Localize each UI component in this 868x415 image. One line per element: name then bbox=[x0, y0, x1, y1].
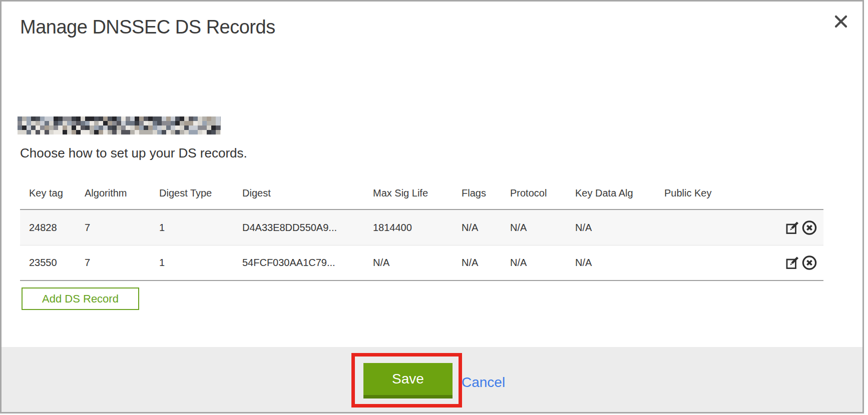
column-header-flags: Flags bbox=[462, 188, 510, 199]
cell-key-data-alg: N/A bbox=[575, 257, 664, 268]
add-ds-record-button[interactable]: Add DS Record bbox=[22, 288, 139, 310]
delete-icon[interactable] bbox=[801, 220, 817, 236]
edit-icon-glyph bbox=[785, 220, 800, 235]
column-header-max-sig-life: Max Sig Life bbox=[373, 188, 462, 199]
cell-max-sig-life: N/A bbox=[373, 257, 462, 268]
cell-key-tag: 23550 bbox=[20, 257, 85, 268]
cell-key-data-alg: N/A bbox=[575, 222, 664, 234]
cell-flags: N/A bbox=[462, 222, 510, 234]
column-header-protocol: Protocol bbox=[510, 188, 575, 199]
cell-digest: 54FCF030AA1C79... bbox=[242, 257, 373, 268]
cell-digest: D4A33E8DD550A9... bbox=[242, 222, 373, 234]
dnssec-dialog: Manage DNSSEC DS Records Choose how to s… bbox=[0, 0, 864, 414]
cell-digest-type: 1 bbox=[159, 222, 242, 234]
cell-algorithm: 7 bbox=[85, 222, 159, 234]
cancel-link[interactable]: Cancel bbox=[462, 374, 505, 390]
edit-icon-glyph bbox=[785, 256, 800, 270]
delete-icon-glyph bbox=[801, 255, 817, 271]
row-actions bbox=[742, 220, 823, 236]
close-icon-glyph bbox=[833, 14, 848, 29]
cell-digest-type: 1 bbox=[159, 257, 242, 268]
cell-protocol: N/A bbox=[510, 222, 575, 234]
column-header-public-key: Public Key bbox=[664, 188, 742, 199]
cell-max-sig-life: 1814400 bbox=[373, 222, 462, 234]
column-header-digest: Digest bbox=[242, 188, 373, 199]
cell-algorithm: 7 bbox=[85, 257, 159, 268]
column-header-key-tag: Key tag bbox=[20, 188, 85, 199]
cell-protocol: N/A bbox=[510, 257, 575, 268]
redacted-domain-name bbox=[18, 116, 221, 134]
table-header-row: Key tagAlgorithmDigest TypeDigestMax Sig… bbox=[20, 188, 823, 199]
delete-icon[interactable] bbox=[801, 255, 817, 271]
close-icon[interactable] bbox=[832, 14, 849, 30]
row-actions bbox=[742, 255, 823, 271]
edit-icon[interactable] bbox=[784, 220, 800, 236]
column-header-digest-type: Digest Type bbox=[159, 188, 242, 199]
column-header-algorithm: Algorithm bbox=[85, 188, 159, 199]
table-row: 2482871D4A33E8DD550A9...1814400N/AN/AN/A bbox=[20, 210, 823, 245]
delete-icon-glyph bbox=[801, 220, 817, 236]
edit-icon[interactable] bbox=[784, 255, 800, 271]
column-header-key-data-alg: Key Data Alg bbox=[575, 188, 664, 199]
instruction-text: Choose how to set up your DS records. bbox=[20, 146, 247, 161]
table-row: 235507154FCF030AA1C79...N/AN/AN/AN/A bbox=[20, 245, 823, 280]
cell-flags: N/A bbox=[462, 257, 510, 268]
cell-key-tag: 24828 bbox=[20, 222, 85, 234]
table-body: 2482871D4A33E8DD550A9...1814400N/AN/AN/A… bbox=[20, 209, 823, 281]
page-title: Manage DNSSEC DS Records bbox=[20, 16, 275, 38]
save-button[interactable]: Save bbox=[363, 363, 453, 398]
